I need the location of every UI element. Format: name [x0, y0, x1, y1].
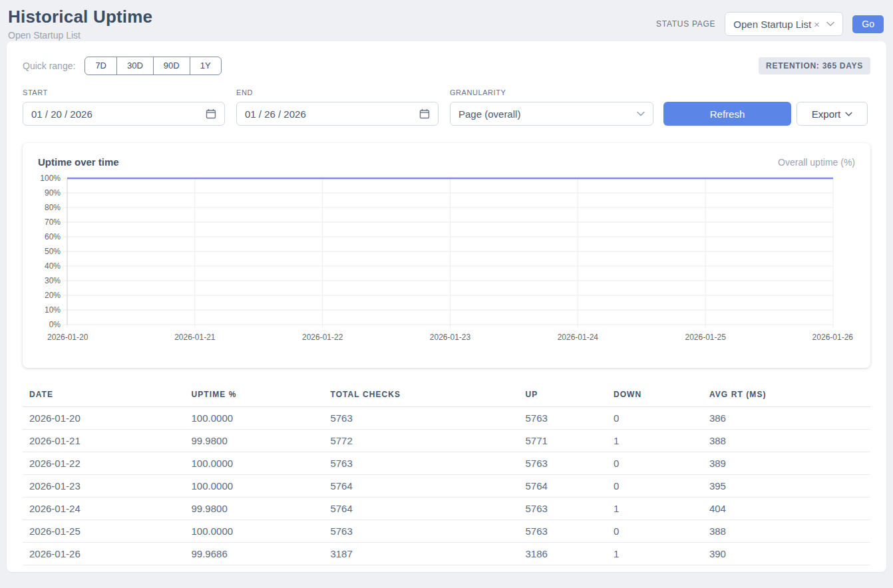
export-button[interactable]: Export	[797, 102, 868, 126]
table-cell: 5763	[525, 520, 613, 543]
table-cell: 2026-01-24	[23, 498, 192, 520]
table-cell: 5772	[330, 430, 525, 452]
table-cell: 3187	[330, 543, 525, 565]
uptime-line-chart: 0%10%20%30%40%50%60%70%80%90%100%2026-01…	[38, 172, 855, 346]
table-cell: 2026-01-25	[23, 520, 192, 543]
action-buttons: Refresh Export	[663, 102, 868, 126]
quick-range-group: 7D30D90D1Y	[85, 57, 221, 75]
table-cell: 100.0000	[192, 452, 331, 475]
table-cell: 5771	[525, 430, 613, 452]
end-field: END 01 / 26 / 2026	[236, 88, 439, 126]
y-axis-tick-label: 90%	[45, 188, 61, 198]
column-header: TOTAL CHECKS	[330, 384, 525, 407]
page-subtitle: Open Startup List	[8, 30, 152, 41]
table-cell: 5764	[525, 475, 613, 498]
table-header-row: DATEUPTIME %TOTAL CHECKSUPDOWNAVG RT (MS…	[23, 384, 870, 407]
table-cell: 99.9686	[192, 543, 331, 565]
status-page-label: STATUS PAGE	[656, 19, 715, 29]
column-header: UPTIME %	[192, 384, 331, 407]
end-date-value: 01 / 26 / 2026	[245, 108, 306, 120]
clear-selection-icon[interactable]: ×	[814, 19, 820, 29]
chevron-down-icon	[637, 111, 645, 116]
controls-row: START 01 / 20 / 2026 END 01 / 26 / 2026	[23, 88, 870, 126]
table-cell: 1	[614, 543, 709, 565]
table-cell: 388	[709, 520, 870, 543]
quick-range-7d[interactable]: 7D	[85, 57, 117, 75]
column-header: AVG RT (MS)	[709, 384, 870, 407]
status-page-selected-value: Open Startup List	[733, 19, 811, 30]
table-cell: 100.0000	[192, 407, 331, 430]
uptime-table: DATEUPTIME %TOTAL CHECKSUPDOWNAVG RT (MS…	[23, 384, 870, 565]
granularity-label: GRANULARITY	[450, 88, 653, 96]
table-row: 2026-01-2699.9686318731861390	[23, 543, 870, 565]
granularity-select[interactable]: Page (overall)	[450, 102, 653, 126]
column-header: UP	[525, 384, 613, 407]
table-cell: 2026-01-23	[23, 475, 192, 498]
header-actions: STATUS PAGE Open Startup List × Go	[656, 12, 884, 36]
chevron-down-icon	[845, 112, 852, 116]
table-cell: 5763	[330, 520, 525, 543]
table-cell: 0	[614, 520, 709, 543]
page-title: Historical Uptime	[8, 7, 152, 27]
quick-range-1y[interactable]: 1Y	[190, 57, 222, 75]
y-axis-tick-label: 80%	[45, 203, 61, 212]
table-row: 2026-01-23100.0000576457640395	[23, 475, 870, 498]
chart-legend: Overall uptime (%)	[778, 157, 855, 168]
refresh-button[interactable]: Refresh	[663, 102, 791, 126]
start-label: START	[23, 88, 225, 96]
start-field: START 01 / 20 / 2026	[23, 88, 225, 126]
table-cell: 390	[709, 543, 870, 565]
calendar-icon[interactable]	[206, 108, 216, 119]
y-axis-tick-label: 10%	[45, 305, 61, 315]
table-cell: 99.9800	[192, 498, 331, 520]
x-axis-tick-label: 2026-01-21	[174, 333, 216, 342]
table-cell: 389	[709, 452, 870, 475]
y-axis-tick-label: 50%	[45, 247, 61, 256]
y-axis-tick-label: 40%	[45, 261, 61, 271]
table-cell: 1	[614, 498, 709, 520]
table-row: 2026-01-2499.9800576457631404	[23, 498, 870, 520]
granularity-field: GRANULARITY Page (overall)	[450, 88, 653, 126]
chevron-down-icon	[826, 21, 834, 27]
start-date-value: 01 / 20 / 2026	[31, 108, 92, 120]
column-header: DOWN	[614, 384, 709, 407]
table-cell: 5764	[330, 475, 525, 498]
quick-range-row: Quick range: 7D30D90D1Y RETENTION: 365 D…	[23, 57, 870, 75]
table-row: 2026-01-2199.9800577257711388	[23, 430, 870, 452]
quick-range-group-wrap: Quick range: 7D30D90D1Y	[23, 57, 222, 75]
table-cell: 395	[709, 475, 870, 498]
y-axis-tick-label: 0%	[49, 320, 61, 329]
main-panel: Quick range: 7D30D90D1Y RETENTION: 365 D…	[7, 41, 886, 572]
chart-title: Uptime over time	[38, 156, 119, 168]
y-axis-tick-label: 60%	[45, 232, 61, 241]
start-date-input[interactable]: 01 / 20 / 2026	[23, 102, 225, 126]
y-axis-tick-label: 70%	[45, 218, 61, 227]
table-body: 2026-01-20100.00005763576303862026-01-21…	[23, 407, 870, 565]
table-cell: 1	[614, 430, 709, 452]
table-cell: 5763	[525, 407, 613, 430]
calendar-icon[interactable]	[419, 108, 430, 119]
table-cell: 0	[614, 452, 709, 475]
table-cell: 0	[614, 407, 709, 430]
table-cell: 5763	[525, 452, 613, 475]
x-axis-tick-label: 2026-01-24	[558, 333, 599, 342]
table-cell: 5763	[330, 407, 525, 430]
x-axis-tick-label: 2026-01-26	[812, 333, 854, 342]
quick-range-30d[interactable]: 30D	[116, 57, 154, 75]
status-page-select[interactable]: Open Startup List ×	[725, 12, 843, 36]
chart-card: Uptime over time Overall uptime (%) 0%10…	[23, 143, 870, 368]
table-cell: 5763	[525, 498, 613, 520]
end-date-input[interactable]: 01 / 26 / 2026	[236, 102, 439, 126]
quick-range-90d[interactable]: 90D	[153, 57, 190, 75]
column-header: DATE	[23, 384, 192, 407]
table-cell: 404	[709, 498, 870, 520]
end-label: END	[236, 88, 439, 96]
retention-badge: RETENTION: 365 DAYS	[759, 57, 870, 74]
table-cell: 100.0000	[192, 475, 331, 498]
table-cell: 3186	[525, 543, 613, 565]
y-axis-tick-label: 20%	[45, 291, 61, 300]
go-button[interactable]: Go	[852, 15, 884, 33]
y-axis-tick-label: 100%	[40, 174, 61, 183]
table-cell: 2026-01-21	[23, 430, 192, 452]
title-block: Historical Uptime Open Startup List	[8, 7, 152, 41]
